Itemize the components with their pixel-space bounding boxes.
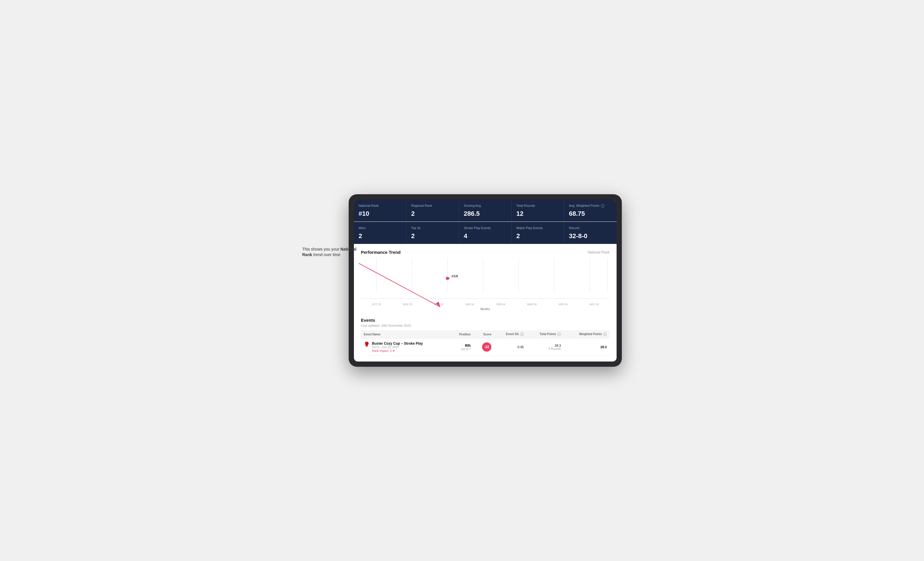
stat-stroke-play-events: Stroke Play Events 4 (459, 222, 512, 244)
stat-stroke-play-events-value: 4 (464, 232, 507, 240)
event-total-points-cell: 28.3 3 Rounds (527, 338, 564, 356)
stat-regional-rank-label: Regional Rank (411, 203, 454, 208)
event-total-points-value: 28.3 (530, 344, 561, 347)
chart-label-apr24: APR 24 (548, 303, 579, 306)
chart-label-nov23: NOV 23 (392, 303, 423, 306)
event-position-sub: out of 7 (453, 347, 471, 351)
event-score-badge: -22 (482, 343, 491, 352)
table-row: 🥊 Buster Cozy Cup – Stroke Play Oct 9 – … (361, 338, 610, 356)
event-sg-value: 0.45 (518, 345, 524, 349)
col-score: Score (474, 330, 494, 338)
content-area: Performance Trend National Rank (354, 244, 616, 362)
svg-point-10 (446, 277, 449, 280)
chart-label-dec23: DEC 23 (423, 303, 454, 306)
chart-x-labels: OCT 23 NOV 23 DEC 23 JAN 24 FEB 24 MAR 2… (361, 301, 610, 307)
stat-top3s: Top 3s 2 (406, 222, 459, 244)
stat-avg-weighted-points-value: 68.75 (569, 210, 612, 217)
tablet-screen: National Rank #10 Regional Rank 2 Scorin… (354, 199, 616, 362)
event-weighted-points-value: 28.3 (601, 345, 607, 349)
annotation: This shows you your National Rank trend … (302, 247, 360, 258)
stat-scoring-avg: Scoring Avg. 286.5 (459, 199, 512, 221)
stat-wins-label: Wins (358, 226, 402, 230)
stat-match-play-events-value: 2 (516, 232, 560, 240)
events-table-header: Event Name Position Score Event SG i Tot… (361, 330, 610, 338)
total-points-info-icon: i (557, 332, 561, 336)
stat-total-rounds-value: 12 (516, 210, 560, 217)
events-header: Events (361, 318, 610, 323)
stat-top3s-value: 2 (411, 232, 454, 240)
stat-match-play-events: Match Play Events 2 (512, 222, 564, 244)
stat-record-label: Record (569, 226, 612, 230)
stat-stroke-play-events-label: Stroke Play Events (464, 226, 507, 230)
stat-total-rounds-label: Total Rounds (516, 203, 560, 208)
chart-x-axis-title: Months (361, 308, 610, 311)
event-total-rounds: 3 Rounds (530, 347, 561, 350)
performance-chart-svg: #10 (361, 258, 610, 299)
stat-scoring-avg-value: 286.5 (464, 210, 507, 217)
svg-text:#10: #10 (452, 274, 458, 278)
stat-wins: Wins 2 (354, 222, 406, 244)
stat-regional-rank: Regional Rank 2 (406, 199, 459, 221)
performance-title: Performance Trend (361, 250, 401, 255)
stat-avg-weighted-points: Avg. Weighted Points i 68.75 (564, 199, 616, 221)
col-event-name: Event Name (361, 330, 450, 338)
stat-top3s-label: Top 3s (411, 226, 454, 230)
col-event-sg: Event SG i (494, 330, 526, 338)
stat-record-value: 32-8-0 (569, 232, 612, 240)
event-date: Oct 9 – Oct 10, 2023 (372, 346, 423, 349)
chart-label-oct23: OCT 23 (361, 303, 392, 306)
event-sg-info-icon: i (520, 332, 524, 336)
stat-scoring-avg-label: Scoring Avg. (464, 203, 507, 208)
performance-subtitle: National Rank (588, 250, 610, 254)
stat-record: Record 32-8-0 (564, 222, 616, 244)
stat-national-rank-value: #10 (358, 210, 402, 217)
stat-wins-value: 2 (358, 232, 402, 240)
event-rank-impact: Rank Impact: 3 ▼ (372, 349, 423, 353)
performance-section: Performance Trend National Rank (361, 250, 610, 311)
stats-row-2: Wins 2 Top 3s 2 Stroke Play Events 4 Mat… (354, 222, 616, 244)
stat-avg-weighted-points-label: Avg. Weighted Points i (569, 203, 612, 208)
scene: This shows you your National Rank trend … (302, 194, 622, 367)
chart-label-feb24: FEB 24 (485, 303, 516, 306)
performance-chart: #10 (361, 258, 610, 299)
event-icon: 🥊 (364, 341, 370, 347)
stat-national-rank-label: National Rank (358, 203, 402, 208)
tablet: National Rank #10 Regional Rank 2 Scorin… (349, 194, 622, 367)
event-sg-cell: 0.45 (494, 338, 526, 356)
chart-label-mar24: MAR 24 (516, 303, 548, 306)
event-score-cell: -22 (474, 338, 494, 356)
chart-label-jan24: JAN 24 (454, 303, 485, 306)
chart-label-may24: MAY 24 (579, 303, 610, 306)
annotation-bold: National Rank (302, 247, 357, 257)
col-position: Position (450, 330, 474, 338)
event-position: 6th (453, 343, 471, 347)
stat-regional-rank-value: 2 (411, 210, 454, 217)
event-name-cell: 🥊 Buster Cozy Cup – Stroke Play Oct 9 – … (361, 338, 450, 356)
stat-total-rounds: Total Rounds 12 (512, 199, 564, 221)
stat-national-rank: National Rank #10 (354, 199, 406, 221)
performance-header: Performance Trend National Rank (361, 250, 610, 255)
events-table: Event Name Position Score Event SG i Tot… (361, 330, 610, 356)
weighted-points-info-icon: i (603, 332, 607, 336)
col-weighted-points: Weighted Points i (564, 330, 610, 338)
col-total-points: Total Points i (527, 330, 564, 338)
annotation-text: This shows you your National Rank trend … (302, 247, 357, 257)
events-table-header-row: Event Name Position Score Event SG i Tot… (361, 330, 610, 338)
events-last-updated: Last updated: 24th November 2023 (361, 324, 610, 327)
stats-row-1: National Rank #10 Regional Rank 2 Scorin… (354, 199, 616, 221)
event-name: Buster Cozy Cup – Stroke Play (372, 341, 423, 346)
avg-weighted-info-icon: i (601, 204, 604, 208)
events-section: Events Last updated: 24th November 2023 … (361, 318, 610, 356)
events-table-body: 🥊 Buster Cozy Cup – Stroke Play Oct 9 – … (361, 338, 610, 356)
events-title: Events (361, 318, 610, 323)
event-weighted-points-cell: 28.3 (564, 338, 610, 356)
stat-match-play-events-label: Match Play Events (516, 226, 560, 230)
event-position-cell: 6th out of 7 (450, 338, 474, 356)
